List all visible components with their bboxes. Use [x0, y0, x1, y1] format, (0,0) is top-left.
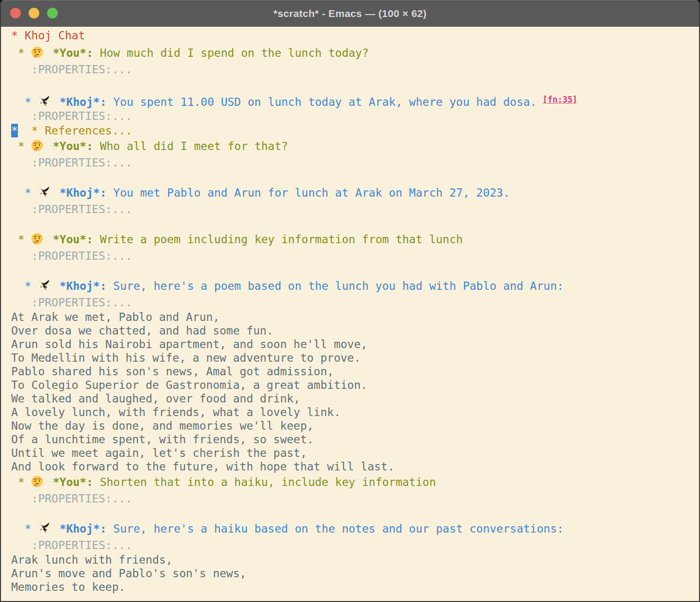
- speaker-label: *You*:: [53, 233, 93, 246]
- message-text: Sure, here's a poem based on the lunch y…: [106, 280, 564, 292]
- traffic-lights: [10, 8, 58, 18]
- text-line: Over dosa we chatted, and had some fun.: [11, 324, 273, 337]
- user-message-heading[interactable]: **You*: Who all did I meet for that?: [11, 137, 699, 155]
- speaker-label: *You*:: [53, 476, 93, 488]
- text-line: Arun sold his Nairobi apartment, and soo…: [11, 338, 367, 351]
- message-body-line: To Medellin with his wife, a new adventu…: [11, 351, 699, 365]
- properties-drawer[interactable]: :PROPERTIES:...: [11, 62, 699, 77]
- drawer-label: :PROPERTIES:...: [32, 296, 133, 309]
- speaker-label: *Khoj*:: [60, 280, 107, 292]
- speaker-label: *Khoj*:: [60, 522, 107, 535]
- khoj-message-heading[interactable]: **Khoj*: Sure, here's a poem based on th…: [11, 277, 699, 295]
- window-title: *scratch* - Emacs — (100 × 62): [273, 8, 426, 19]
- references-label[interactable]: * References...: [32, 124, 133, 137]
- thinking-face-icon: [31, 475, 44, 488]
- heading-star: *: [18, 47, 25, 59]
- text-line: To Medellin with his wife, a new adventu…: [11, 351, 361, 364]
- text-line: Now the day is done, and memories we'll …: [11, 419, 314, 432]
- khoj-message-heading[interactable]: **Khoj*: You met Pablo and Arun for lunc…: [11, 184, 699, 201]
- heading-star: *: [18, 476, 25, 488]
- heading-star: *: [25, 96, 32, 108]
- message-body-line: Arun sold his Nairobi apartment, and soo…: [11, 337, 699, 351]
- properties-drawer[interactable]: :PROPERTIES:...: [11, 537, 699, 553]
- drawer-label: :PROPERTIES:...: [32, 250, 133, 262]
- message-body-line: Until we meet again, let's cherish the p…: [11, 446, 699, 460]
- speaker-label: *You*:: [53, 140, 93, 152]
- khoj-message-heading[interactable]: **Khoj*: Sure, here's a haiku based on t…: [11, 520, 699, 537]
- zoom-button[interactable]: [47, 8, 58, 18]
- blank-line: [11, 170, 699, 184]
- message-text: Who all did I meet for that?: [93, 140, 288, 152]
- drawer-label: :PROPERTIES:...: [32, 492, 133, 505]
- eagle-icon: [37, 279, 50, 292]
- eagle-icon: [37, 521, 50, 535]
- heading-star: *: [25, 280, 32, 292]
- titlebar[interactable]: *scratch* - Emacs — (100 × 62): [1, 0, 699, 27]
- message-body-line: Memories to keep.: [11, 580, 699, 594]
- speaker-label: *Khoj*:: [60, 96, 107, 108]
- message-body-line: Now the day is done, and memories we'll …: [11, 419, 699, 433]
- text-line: Of a lunchtime spent, with friends, so s…: [11, 433, 314, 446]
- eagle-icon: [37, 185, 50, 199]
- message-body-line: Over dosa we chatted, and had some fun.: [11, 324, 699, 337]
- heading-star: *: [18, 140, 25, 152]
- text-line: Arun's move and Pablo's son's news,: [11, 567, 247, 580]
- text-line: Memories to keep.: [11, 581, 125, 593]
- message-body-line: Of a lunchtime spent, with friends, so s…: [11, 433, 699, 446]
- eagle-icon: [37, 95, 50, 108]
- cursor: *: [11, 124, 18, 137]
- thinking-face-icon: [31, 232, 44, 245]
- message-body-line: A lovely lunch, with friends, what a lov…: [11, 405, 699, 419]
- text-line: A lovely lunch, with friends, what a lov…: [11, 406, 341, 418]
- properties-drawer[interactable]: :PROPERTIES:...: [11, 295, 699, 310]
- properties-drawer[interactable]: :PROPERTIES:...: [11, 201, 699, 217]
- drawer-label: * Khoj Chat: [11, 29, 85, 42]
- message-text: Sure, here's a haiku based on the notes …: [106, 522, 564, 535]
- message-body-line: We talked and laughed, over food and dri…: [11, 392, 699, 405]
- heading-star: *: [25, 186, 32, 199]
- drawer-label: :PROPERTIES:...: [32, 156, 133, 169]
- message-body-line: Pablo shared his son's news, Amal got ad…: [11, 365, 699, 378]
- user-message-heading[interactable]: **You*: How much did I spend on the lunc…: [11, 44, 699, 62]
- blank-line: [11, 506, 699, 520]
- message-text: You met Pablo and Arun for lunch at Arak…: [106, 186, 510, 199]
- close-button[interactable]: [10, 8, 21, 18]
- text-line: To Colegio Superior de Gastronomia, a gr…: [11, 379, 367, 391]
- heading-star: *: [25, 522, 32, 535]
- heading-star: *: [18, 233, 25, 246]
- speaker-label: *You*:: [53, 47, 93, 59]
- message-text: Write a poem including key information f…: [93, 233, 463, 246]
- footnote-link[interactable]: [fn:35]: [543, 95, 578, 104]
- message-text: How much did I spend on the lunch today?: [93, 47, 369, 59]
- text-line: Pablo shared his son's news, Amal got ad…: [11, 365, 334, 378]
- text-line: At Arak we met, Pablo and Arun,: [11, 311, 219, 323]
- message-body-line: At Arak we met, Pablo and Arun,: [11, 310, 699, 324]
- message-text: Shorten that into a haiku, include key i…: [93, 476, 436, 488]
- message-body-line: Arun's move and Pablo's son's news,: [11, 567, 699, 580]
- text-line: We talked and laughed, over food and dri…: [11, 392, 300, 405]
- user-message-heading[interactable]: **You*: Write a poem including key infor…: [11, 231, 699, 248]
- user-message-heading[interactable]: **You*: Shorten that into a haiku, inclu…: [11, 473, 699, 491]
- thinking-face-icon: [31, 46, 44, 59]
- minimize-button[interactable]: [29, 8, 39, 18]
- blank-line: [11, 77, 699, 91]
- message-body-line: And look forward to the future, with hop…: [11, 460, 699, 473]
- drawer-label: :PROPERTIES:...: [32, 110, 133, 122]
- text-line: Until we meet again, let's cherish the p…: [11, 447, 307, 459]
- references-heading[interactable]: * * References...: [11, 124, 699, 137]
- message-body-line: To Colegio Superior de Gastronomia, a gr…: [11, 378, 699, 392]
- drawer-label: :PROPERTIES:...: [32, 203, 133, 216]
- properties-drawer[interactable]: :PROPERTIES:...: [11, 108, 699, 124]
- properties-drawer[interactable]: :PROPERTIES:...: [11, 248, 699, 264]
- org-heading-1[interactable]: * Khoj Chat: [11, 27, 699, 44]
- editor-buffer[interactable]: * Khoj Chat**You*: How much did I spend …: [1, 27, 699, 602]
- blank-line: [11, 264, 699, 277]
- speaker-label: *Khoj*:: [60, 186, 107, 199]
- drawer-label: :PROPERTIES:...: [32, 63, 133, 76]
- properties-drawer[interactable]: :PROPERTIES:...: [11, 155, 699, 170]
- properties-drawer[interactable]: :PROPERTIES:...: [11, 491, 699, 506]
- emacs-window: *scratch* - Emacs — (100 × 62) * Khoj Ch…: [0, 0, 700, 602]
- thinking-face-icon: [31, 139, 44, 152]
- khoj-message-heading[interactable]: **Khoj*: You spent 11.00 USD on lunch to…: [11, 91, 699, 108]
- text-line: And look forward to the future, with hop…: [11, 460, 394, 473]
